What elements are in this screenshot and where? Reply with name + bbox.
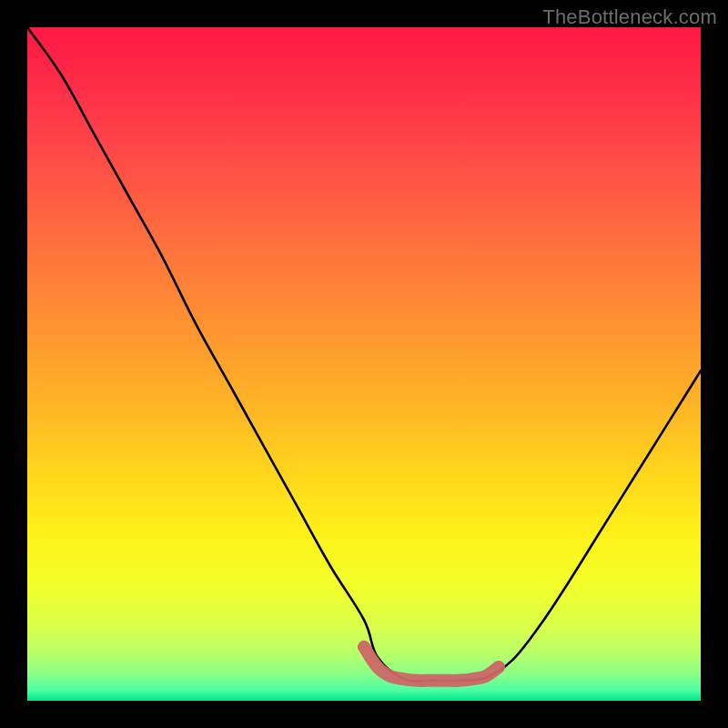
chart-svg [27, 27, 701, 701]
plot-area [27, 27, 701, 701]
bottleneck-curve [27, 27, 701, 682]
chart-frame: TheBottleneck.com [0, 0, 728, 728]
watermark-text: TheBottleneck.com [542, 5, 717, 29]
